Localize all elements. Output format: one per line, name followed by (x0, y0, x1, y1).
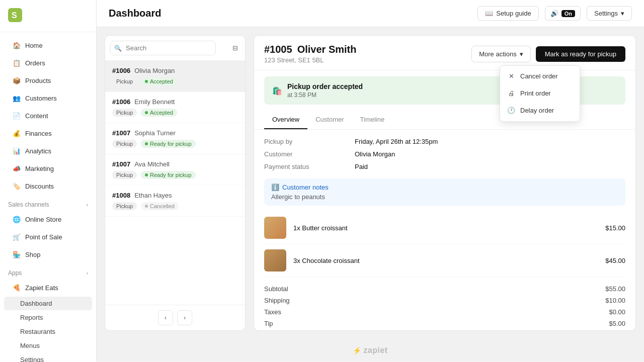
customer-notes-content: Allergic to peanuts (271, 193, 618, 201)
order-item-header: #1006 Olivia Morgan (112, 67, 238, 74)
order-list-item-4[interactable]: #1008 Ethan Hayes Pickup Cancelled (105, 186, 245, 217)
order-list-item-3[interactable]: #1007 Ava Mitchell Pickup Ready for pick… (105, 154, 245, 186)
prev-page-button[interactable]: ‹ (158, 310, 173, 325)
setup-guide-button[interactable]: 📖 Setup guide (477, 6, 538, 21)
setup-guide-icon: 📖 (485, 10, 493, 17)
pickup-by-value: Friday, April 26th at 12:35pm (355, 138, 438, 145)
sidebar-item-content[interactable]: 📄 Content (4, 107, 92, 124)
settings-chevron-icon: ▾ (621, 10, 624, 17)
item-name-1: 3x Chocolate croissant (293, 257, 598, 264)
sidebar-item-marketing[interactable]: 📣 Marketing (4, 160, 92, 177)
finances-icon: 💰 (12, 129, 21, 138)
orders-search-bar: 🔍 ⊟ (105, 36, 245, 61)
order-item-header: #1007 Ava Mitchell (112, 160, 238, 168)
order-item-num: #1007 (112, 160, 130, 168)
mark-ready-button[interactable]: Mark as ready for pickup (536, 46, 625, 62)
tab-customer[interactable]: Customer (307, 111, 352, 129)
accepted-banner-icon: 🛍️ (272, 86, 282, 96)
sidebar-item-customers[interactable]: 👥 Customers (4, 89, 92, 107)
orders-panel: 🔍 ⊟ #1006 Olivia Morgan Pickup Accepted … (105, 35, 246, 331)
order-list-item-2[interactable]: #1007 Sophia Turner Pickup Ready for pic… (105, 123, 245, 154)
sidebar-item-content-label: Content (25, 112, 48, 120)
sound-toggle[interactable]: 🔊 On (545, 6, 581, 21)
sidebar-item-finances[interactable]: 💰 Finances (4, 125, 92, 142)
sidebar-item-zapiet-eats[interactable]: 🍕 Zapiet Eats (4, 279, 92, 296)
sidebar-item-online-store[interactable]: 🌐 Online Store (4, 211, 92, 228)
customer-notes-title: ℹ️ Customer notes (271, 184, 618, 191)
products-icon: 📦 (12, 76, 21, 85)
search-input[interactable] (110, 41, 216, 55)
sidebar-item-orders[interactable]: 📋 Orders (4, 54, 92, 71)
customer-notes-block: ℹ️ Customer notes Allergic to peanuts (264, 178, 625, 206)
line-item-1: 3x Chocolate croissant $45.00 (264, 244, 625, 277)
order-number: #1005 (264, 44, 292, 55)
order-list-item-0[interactable]: #1006 Olivia Morgan Pickup Accepted (105, 61, 245, 92)
order-info: Pickup by Friday, April 26th at 12:35pm … (254, 130, 635, 178)
sidebar-item-analytics[interactable]: 📊 Analytics (4, 142, 92, 159)
sidebar-item-products[interactable]: 📦 Products (4, 72, 92, 89)
item-thumb-1 (264, 249, 286, 272)
sidebar-sub-item-settings[interactable]: Settings (4, 353, 92, 362)
tab-timeline[interactable]: Timeline (352, 111, 393, 129)
sidebar-sub-item-menus[interactable]: Menus (4, 339, 92, 352)
order-item-meta: Pickup Ready for pickup (112, 171, 238, 179)
order-item-num: #1007 (112, 129, 130, 137)
shipping-value: $10.00 (605, 297, 625, 304)
sidebar-item-home[interactable]: 🏠 Home (4, 37, 92, 54)
delay-order-item[interactable]: 🕐 Delay order (500, 102, 580, 119)
delay-icon: 🕐 (507, 107, 515, 115)
sidebar-item-discounts-label: Discounts (25, 183, 54, 190)
status-dot (145, 111, 148, 114)
customers-icon: 👥 (12, 94, 21, 103)
item-price-1: $45.00 (605, 257, 625, 264)
order-status-badge: Accepted (141, 77, 177, 85)
dropdown-menu: ✕ Cancel order 🖨 Print order 🕐 Delay ord… (500, 65, 580, 122)
sidebar-sub-item-dashboard[interactable]: Dashboard (4, 297, 92, 310)
order-title-block: #1005 Oliver Smith 123 Street, SE1 5BL (264, 44, 356, 64)
cancel-order-label: Cancel order (520, 72, 557, 80)
cancel-order-item[interactable]: ✕ Cancel order (500, 68, 580, 85)
sidebar-item-point-of-sale[interactable]: 🛒 Point of Sale (4, 228, 92, 245)
status-dot (145, 80, 148, 83)
sidebar-item-point-of-sale-label: Point of Sale (25, 233, 62, 241)
accepted-banner-title: Pickup order accepted (287, 82, 363, 90)
filter-icon: ⊟ (232, 44, 238, 52)
sound-icon: 🔊 (550, 10, 558, 17)
order-totals: Subtotal $55.00 Shipping $10.00 Taxes $0… (254, 277, 635, 331)
filter-button[interactable]: ⊟ (230, 42, 240, 54)
content-icon: 📄 (12, 111, 21, 120)
next-page-button[interactable]: › (177, 310, 192, 325)
order-status-badge: Cancelled (141, 202, 179, 210)
sidebar-sub-item-settings-label: Settings (20, 356, 44, 362)
more-actions-chevron-icon: ▾ (520, 50, 523, 58)
taxes-row: Taxes $0.00 (264, 306, 625, 318)
order-type-badge: Pickup (112, 109, 137, 117)
sidebar-item-finances-label: Finances (25, 130, 52, 137)
sidebar-item-shop[interactable]: 🏪 Shop (4, 246, 92, 263)
order-address: 123 Street, SE1 5BL (264, 56, 356, 64)
sidebar-sub-item-restaurants[interactable]: Restaurants (4, 325, 92, 338)
sidebar-sub-item-restaurants-label: Restaurants (20, 328, 55, 335)
online-store-icon: 🌐 (12, 215, 21, 224)
sidebar-item-discounts[interactable]: 🏷️ Discounts (4, 177, 92, 195)
item-price-0: $15.00 (605, 224, 625, 232)
payment-status-row: Payment status Paid (264, 163, 625, 170)
more-actions-button[interactable]: More actions ▾ (471, 46, 530, 62)
order-list-item-1[interactable]: #1006 Emily Bennett Pickup Accepted (105, 92, 245, 123)
sidebar-item-orders-label: Orders (25, 59, 45, 67)
print-order-item[interactable]: 🖨 Print order (500, 85, 580, 102)
sidebar-sub-item-dashboard-label: Dashboard (20, 300, 52, 307)
order-item-meta: Pickup Ready for pickup (112, 140, 238, 148)
sidebar-sub-item-reports[interactable]: Reports (4, 311, 92, 324)
order-type-badge: Pickup (112, 171, 137, 179)
orders-icon: 📋 (12, 58, 21, 67)
settings-button[interactable]: Settings ▾ (587, 6, 632, 21)
print-order-label: Print order (520, 89, 551, 97)
order-item-name: Ava Mitchell (134, 160, 170, 168)
order-item-name: Sophia Turner (134, 129, 176, 137)
tab-overview[interactable]: Overview (264, 111, 307, 129)
order-actions: More actions ▾ ✕ Cancel order 🖨 Print or… (471, 46, 625, 62)
order-detail-header: #1005 Oliver Smith 123 Street, SE1 5BL M… (254, 36, 635, 70)
item-thumb-0 (264, 217, 286, 239)
home-icon: 🏠 (12, 41, 21, 50)
